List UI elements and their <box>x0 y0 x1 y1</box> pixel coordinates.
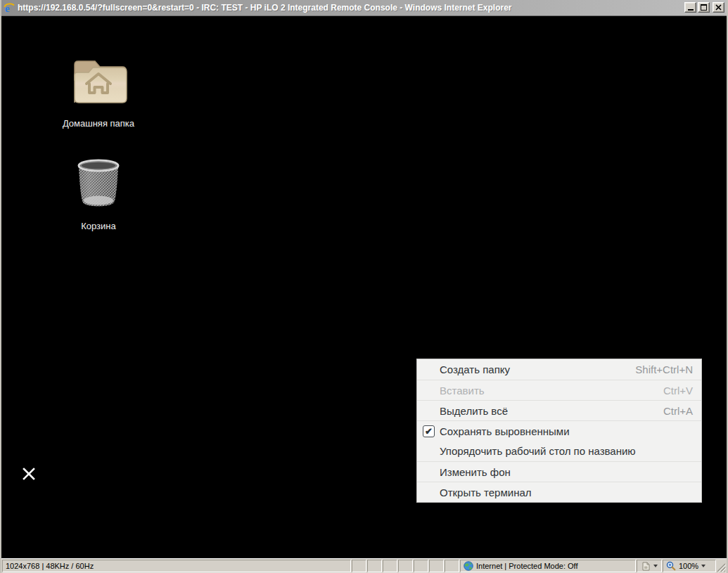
desktop-icon-trash[interactable]: Корзина <box>56 159 141 231</box>
check-icon: ✔ <box>425 427 433 436</box>
window-controls <box>684 2 724 13</box>
menu-item-select-all[interactable]: Выделить всё Ctrl+A <box>417 400 701 420</box>
desktop-icon-home-folder[interactable]: Домашняя папка <box>56 51 141 129</box>
status-empty-panel <box>367 560 382 572</box>
icon-label-home: Домашняя папка <box>56 118 141 129</box>
zoom-magnifier-icon <box>666 561 676 571</box>
menu-item-label: Упорядочить рабочий стол по названию <box>440 445 693 457</box>
menu-item-keep-aligned[interactable]: ✔ Сохранять выровненными <box>417 420 701 441</box>
resize-grip[interactable] <box>717 560 726 572</box>
menu-item-label: Выделить всё <box>440 405 663 417</box>
security-zone-panel: Internet | Protected Mode: Off <box>460 560 636 572</box>
menu-item-label: Изменить фон <box>440 466 693 478</box>
desktop-context-menu: Создать папку Shift+Ctrl+N Вставить Ctrl… <box>416 359 702 503</box>
maximize-button[interactable] <box>698 2 710 13</box>
minimize-button[interactable] <box>684 2 696 13</box>
zoom-control[interactable]: 100% <box>663 560 716 572</box>
ie-logo-icon: e <box>4 2 15 13</box>
x-cursor-icon <box>22 467 36 481</box>
resolution-text: 1024x768 | 48KHz / 60Hz <box>6 562 94 570</box>
menu-item-organize-by-name[interactable]: Упорядочить рабочий стол по названию <box>417 441 701 461</box>
close-icon <box>715 4 722 11</box>
menu-item-accel: Shift+Ctrl+N <box>635 363 693 375</box>
menu-item-accel: Ctrl+A <box>663 405 693 417</box>
menu-item-label: Создать папку <box>440 363 635 375</box>
menu-item-label: Сохранять выровненными <box>440 425 693 437</box>
dropdown-arrow-icon <box>653 565 658 567</box>
resize-grip-icon <box>715 561 726 572</box>
status-empty-panel <box>398 560 413 572</box>
ie-window: e https://192.168.0.54/?fullscreen=0&res… <box>0 0 728 573</box>
status-bar: 1024x768 | 48KHz / 60Hz Internet | Prote… <box>1 558 727 573</box>
status-empty-panel <box>429 560 444 572</box>
window-title: https://192.168.0.54/?fullscreen=0&resta… <box>18 3 680 13</box>
folder-front <box>75 67 127 103</box>
status-resolution-panel: 1024x768 | 48KHz / 60Hz <box>2 560 351 572</box>
status-empty-panel <box>414 560 428 572</box>
maximize-icon <box>701 4 707 11</box>
status-page-control[interactable] <box>637 560 662 572</box>
minimize-icon <box>688 9 694 11</box>
trash-icon <box>77 159 120 210</box>
close-button[interactable] <box>713 2 724 13</box>
icon-label-trash: Корзина <box>56 221 141 231</box>
menu-item-paste: Вставить Ctrl+V <box>417 380 701 400</box>
menu-item-open-terminal[interactable]: Открыть терминал <box>417 482 701 502</box>
internet-globe-icon <box>464 561 473 571</box>
menu-gutter: ✔ <box>423 425 440 437</box>
security-zone-text: Internet | Protected Mode: Off <box>476 562 578 570</box>
titlebar: e https://192.168.0.54/?fullscreen=0&res… <box>1 0 727 16</box>
status-empty-panel <box>352 560 366 572</box>
menu-item-create-folder[interactable]: Создать папку Shift+Ctrl+N <box>417 359 701 380</box>
remote-desktop[interactable]: Домашняя папка <box>1 16 727 558</box>
zoom-level-text: 100% <box>679 562 698 570</box>
status-empty-panel <box>383 560 397 572</box>
menu-item-change-background[interactable]: Изменить фон <box>417 461 701 482</box>
status-page-icon <box>641 562 651 571</box>
home-folder-icon <box>69 51 128 107</box>
keep-aligned-checkbox[interactable]: ✔ <box>423 425 435 437</box>
zoom-dropdown-arrow-icon <box>701 565 705 567</box>
menu-item-accel: Ctrl+V <box>663 385 693 397</box>
status-empty-panel <box>445 560 459 572</box>
menu-item-label: Открыть терминал <box>440 487 693 498</box>
menu-item-label: Вставить <box>440 385 663 397</box>
